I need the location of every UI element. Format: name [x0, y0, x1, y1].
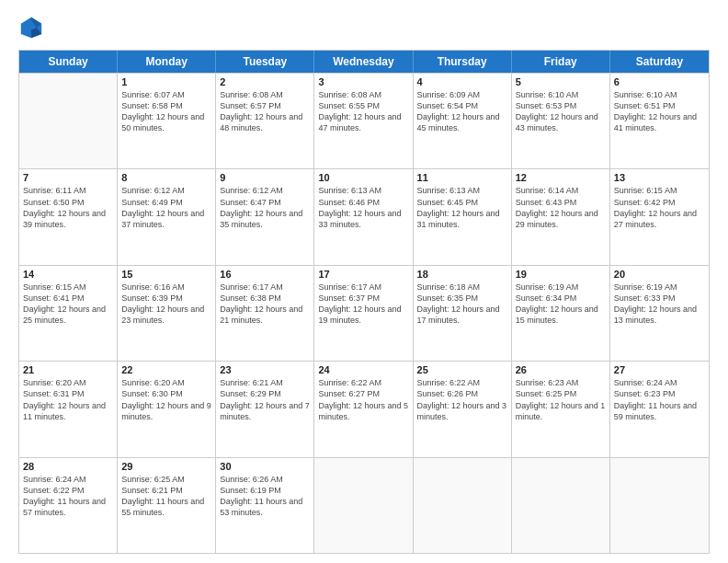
day-cell-8: 8Sunrise: 6:12 AM Sunset: 6:49 PM Daylig… — [118, 169, 216, 264]
day-cell-9: 9Sunrise: 6:12 AM Sunset: 6:47 PM Daylig… — [216, 169, 314, 264]
day-header-monday: Monday — [118, 51, 216, 73]
calendar: SundayMondayTuesdayWednesdayThursdayFrid… — [18, 50, 710, 554]
day-cell-3: 3Sunrise: 6:08 AM Sunset: 6:55 PM Daylig… — [314, 74, 413, 168]
day-number: 25 — [417, 364, 507, 375]
day-cell-25: 25Sunrise: 6:22 AM Sunset: 6:26 PM Dayli… — [414, 362, 512, 456]
day-header-friday: Friday — [512, 51, 610, 73]
day-cell-10: 10Sunrise: 6:13 AM Sunset: 6:46 PM Dayli… — [314, 169, 413, 264]
calendar-week-1: 1Sunrise: 6:07 AM Sunset: 6:58 PM Daylig… — [19, 73, 709, 168]
day-info: Sunrise: 6:15 AM Sunset: 6:42 PM Dayligh… — [614, 185, 705, 230]
day-info: Sunrise: 6:18 AM Sunset: 6:35 PM Dayligh… — [417, 282, 507, 327]
day-number: 28 — [23, 461, 113, 472]
day-number: 14 — [23, 269, 113, 280]
day-number: 15 — [121, 269, 211, 280]
day-info: Sunrise: 6:09 AM Sunset: 6:54 PM Dayligh… — [417, 89, 507, 134]
day-number: 27 — [614, 364, 705, 375]
day-cell-30: 30Sunrise: 6:26 AM Sunset: 6:19 PM Dayli… — [216, 458, 314, 553]
day-cell-1: 1Sunrise: 6:07 AM Sunset: 6:58 PM Daylig… — [118, 74, 216, 168]
day-number: 23 — [220, 364, 310, 375]
day-cell-13: 13Sunrise: 6:15 AM Sunset: 6:42 PM Dayli… — [610, 169, 709, 264]
day-number: 2 — [220, 76, 310, 87]
day-cell-5: 5Sunrise: 6:10 AM Sunset: 6:53 PM Daylig… — [512, 74, 610, 168]
day-cell-29: 29Sunrise: 6:25 AM Sunset: 6:21 PM Dayli… — [118, 458, 216, 553]
day-info: Sunrise: 6:14 AM Sunset: 6:43 PM Dayligh… — [516, 185, 606, 230]
day-info: Sunrise: 6:12 AM Sunset: 6:49 PM Dayligh… — [121, 185, 211, 230]
day-header-tuesday: Tuesday — [216, 51, 314, 73]
day-number: 22 — [121, 364, 211, 375]
day-info: Sunrise: 6:10 AM Sunset: 6:53 PM Dayligh… — [516, 89, 606, 134]
day-info: Sunrise: 6:21 AM Sunset: 6:29 PM Dayligh… — [220, 377, 310, 422]
day-cell-11: 11Sunrise: 6:13 AM Sunset: 6:45 PM Dayli… — [414, 169, 512, 264]
day-info: Sunrise: 6:19 AM Sunset: 6:34 PM Dayligh… — [516, 282, 606, 327]
day-info: Sunrise: 6:20 AM Sunset: 6:31 PM Dayligh… — [23, 377, 113, 422]
day-cell-27: 27Sunrise: 6:24 AM Sunset: 6:23 PM Dayli… — [610, 362, 709, 456]
day-info: Sunrise: 6:22 AM Sunset: 6:26 PM Dayligh… — [417, 377, 507, 422]
day-cell-15: 15Sunrise: 6:16 AM Sunset: 6:39 PM Dayli… — [118, 266, 216, 361]
day-cell-22: 22Sunrise: 6:20 AM Sunset: 6:30 PM Dayli… — [118, 362, 216, 456]
day-info: Sunrise: 6:07 AM Sunset: 6:58 PM Dayligh… — [121, 89, 211, 134]
day-cell-24: 24Sunrise: 6:22 AM Sunset: 6:27 PM Dayli… — [314, 362, 413, 456]
day-info: Sunrise: 6:20 AM Sunset: 6:30 PM Dayligh… — [121, 377, 211, 422]
empty-cell — [19, 74, 118, 168]
day-info: Sunrise: 6:23 AM Sunset: 6:25 PM Dayligh… — [516, 377, 606, 422]
day-number: 30 — [220, 461, 310, 472]
day-cell-7: 7Sunrise: 6:11 AM Sunset: 6:50 PM Daylig… — [19, 169, 118, 264]
empty-cell — [414, 458, 512, 553]
day-info: Sunrise: 6:26 AM Sunset: 6:19 PM Dayligh… — [220, 474, 310, 519]
day-number: 3 — [318, 76, 408, 87]
calendar-header: SundayMondayTuesdayWednesdayThursdayFrid… — [19, 51, 709, 73]
day-cell-18: 18Sunrise: 6:18 AM Sunset: 6:35 PM Dayli… — [414, 266, 512, 361]
day-number: 6 — [614, 76, 705, 87]
logo — [18, 15, 48, 40]
day-number: 26 — [516, 364, 606, 375]
day-info: Sunrise: 6:10 AM Sunset: 6:51 PM Dayligh… — [614, 89, 705, 134]
day-number: 24 — [318, 364, 408, 375]
day-number: 29 — [121, 461, 211, 472]
day-number: 16 — [220, 269, 310, 280]
day-number: 17 — [318, 269, 408, 280]
day-cell-16: 16Sunrise: 6:17 AM Sunset: 6:38 PM Dayli… — [216, 266, 314, 361]
day-header-saturday: Saturday — [610, 51, 709, 73]
calendar-body: 1Sunrise: 6:07 AM Sunset: 6:58 PM Daylig… — [19, 73, 709, 553]
day-number: 20 — [614, 269, 705, 280]
day-info: Sunrise: 6:13 AM Sunset: 6:46 PM Dayligh… — [318, 185, 408, 230]
day-cell-21: 21Sunrise: 6:20 AM Sunset: 6:31 PM Dayli… — [19, 362, 118, 456]
page: SundayMondayTuesdayWednesdayThursdayFrid… — [0, 0, 728, 563]
day-info: Sunrise: 6:24 AM Sunset: 6:22 PM Dayligh… — [23, 474, 113, 519]
day-header-sunday: Sunday — [19, 51, 118, 73]
empty-cell — [314, 458, 413, 553]
calendar-week-4: 21Sunrise: 6:20 AM Sunset: 6:31 PM Dayli… — [19, 361, 709, 456]
day-cell-26: 26Sunrise: 6:23 AM Sunset: 6:25 PM Dayli… — [512, 362, 610, 456]
day-info: Sunrise: 6:08 AM Sunset: 6:57 PM Dayligh… — [220, 89, 310, 134]
day-header-thursday: Thursday — [414, 51, 512, 73]
day-cell-28: 28Sunrise: 6:24 AM Sunset: 6:22 PM Dayli… — [19, 458, 118, 553]
day-cell-14: 14Sunrise: 6:15 AM Sunset: 6:41 PM Dayli… — [19, 266, 118, 361]
day-number: 1 — [121, 76, 211, 87]
day-number: 9 — [220, 172, 310, 183]
day-cell-12: 12Sunrise: 6:14 AM Sunset: 6:43 PM Dayli… — [512, 169, 610, 264]
empty-cell — [512, 458, 610, 553]
calendar-week-5: 28Sunrise: 6:24 AM Sunset: 6:22 PM Dayli… — [19, 457, 709, 553]
day-number: 4 — [417, 76, 507, 87]
day-number: 19 — [516, 269, 606, 280]
day-info: Sunrise: 6:17 AM Sunset: 6:37 PM Dayligh… — [318, 282, 408, 327]
day-number: 13 — [614, 172, 705, 183]
header — [18, 15, 710, 40]
day-number: 8 — [121, 172, 211, 183]
day-cell-20: 20Sunrise: 6:19 AM Sunset: 6:33 PM Dayli… — [610, 266, 709, 361]
empty-cell — [610, 458, 709, 553]
calendar-week-3: 14Sunrise: 6:15 AM Sunset: 6:41 PM Dayli… — [19, 265, 709, 361]
day-number: 21 — [23, 364, 113, 375]
day-number: 11 — [417, 172, 507, 183]
day-cell-17: 17Sunrise: 6:17 AM Sunset: 6:37 PM Dayli… — [314, 266, 413, 361]
day-info: Sunrise: 6:17 AM Sunset: 6:38 PM Dayligh… — [220, 282, 310, 327]
day-header-wednesday: Wednesday — [314, 51, 413, 73]
day-info: Sunrise: 6:11 AM Sunset: 6:50 PM Dayligh… — [23, 185, 113, 230]
day-info: Sunrise: 6:24 AM Sunset: 6:23 PM Dayligh… — [614, 377, 705, 422]
day-info: Sunrise: 6:25 AM Sunset: 6:21 PM Dayligh… — [121, 474, 211, 519]
logo-icon — [18, 15, 44, 40]
day-cell-2: 2Sunrise: 6:08 AM Sunset: 6:57 PM Daylig… — [216, 74, 314, 168]
day-info: Sunrise: 6:15 AM Sunset: 6:41 PM Dayligh… — [23, 282, 113, 327]
day-cell-23: 23Sunrise: 6:21 AM Sunset: 6:29 PM Dayli… — [216, 362, 314, 456]
day-info: Sunrise: 6:22 AM Sunset: 6:27 PM Dayligh… — [318, 377, 408, 422]
